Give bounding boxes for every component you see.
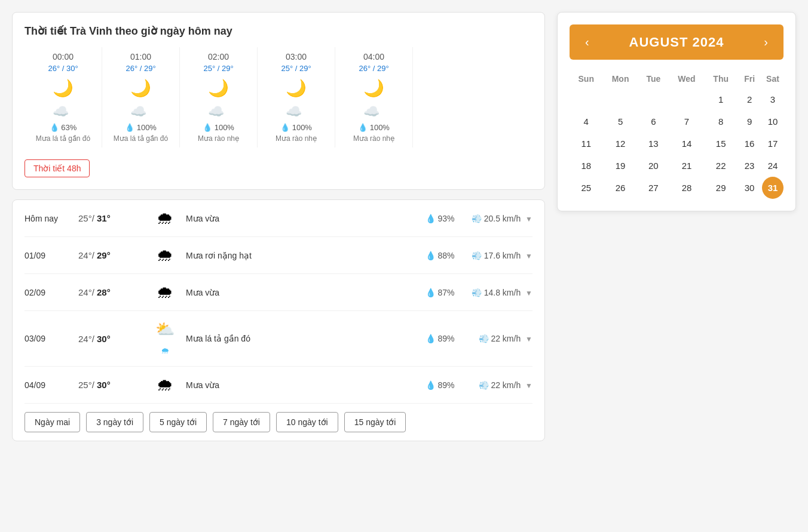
calendar-day-cell[interactable]: 5 [602, 110, 638, 133]
calendar-day-cell[interactable]: 30 [737, 177, 762, 199]
daily-forecast-card: Hôm nay 25°/ 31° 🌧 Mưa vừa 💧 93% 💨 20.5 … [12, 199, 545, 441]
calendar-day-cell[interactable]: 21 [669, 155, 705, 177]
nav-period-button[interactable]: 5 ngày tới [149, 412, 207, 432]
daily-wind: 💨 22 km/h ▼ [467, 380, 532, 390]
calendar-day-cell[interactable]: 29 [705, 177, 737, 199]
calendar-day-cell[interactable]: 13 [638, 133, 669, 155]
daily-temp: 24°/ 28° [78, 287, 144, 297]
calendar-next-button[interactable]: › [759, 33, 773, 51]
daily-row[interactable]: 02/09 24°/ 28° 🌧 Mưa vừa 💧 87% 💨 14.8 km… [25, 274, 532, 311]
hour-rain: 💧 100% [125, 123, 157, 132]
daily-desc: Mưa vừa [186, 288, 413, 297]
daily-humidity: 💧 89% [419, 380, 461, 390]
daily-date: Hôm nay [25, 214, 72, 223]
calendar-day-cell[interactable]: 2 [737, 88, 762, 110]
nav-period-button[interactable]: 10 ngày tới [276, 412, 338, 432]
daily-row[interactable]: 04/09 25°/ 30° 🌧 Mưa vừa 💧 89% 💨 22 km/h… [25, 367, 532, 404]
hour-desc: Mưa lá tả gần đó [114, 134, 168, 143]
calendar-day-cell[interactable]: 23 [737, 155, 762, 177]
calendar-day-cell[interactable]: 3 [762, 88, 783, 110]
calendar-day-cell [602, 88, 638, 110]
hour-temp: 26° / 30° [48, 64, 78, 73]
hour-time: 01:00 [130, 52, 151, 61]
calendar-day-cell[interactable]: 14 [669, 133, 705, 155]
daily-row[interactable]: Hôm nay 25°/ 31° 🌧 Mưa vừa 💧 93% 💨 20.5 … [25, 200, 532, 237]
daily-desc: Mưa vừa [186, 214, 413, 223]
calendar-day-cell[interactable]: 17 [762, 133, 783, 155]
daily-date: 03/09 [25, 334, 72, 343]
calendar-day-cell[interactable]: 7 [669, 110, 705, 133]
daily-humidity: 💧 93% [419, 214, 461, 223]
calendar-day-cell[interactable]: 24 [762, 155, 783, 177]
daily-wind: 💨 20.5 km/h ▼ [467, 214, 532, 223]
calendar-day-cell[interactable]: 18 [570, 155, 602, 177]
calendar-day-cell[interactable]: 27 [638, 177, 669, 199]
daily-wind: 💨 17.6 km/h ▼ [467, 251, 532, 260]
calendar-day-cell[interactable]: 8 [705, 110, 737, 133]
daily-weather-icon: 🌧 [150, 282, 180, 302]
chevron-down-icon: ▼ [525, 289, 532, 297]
right-panel: ‹ AUGUST 2024 › SunMonTueWedThuFriSat123… [557, 12, 796, 520]
nav-period-button[interactable]: Ngày mai [25, 412, 80, 432]
daily-temp: 25°/ 30° [78, 380, 144, 390]
calendar-day-cell[interactable]: 28 [669, 177, 705, 199]
hour-item: 02:00 25° / 29° 🌙☁️ 💧 100% Mưa rào nhẹ [180, 47, 258, 147]
hour-temp: 25° / 29° [281, 64, 311, 73]
hour-weather-icon: 🌙☁️ [53, 76, 74, 121]
chevron-down-icon: ▼ [525, 382, 532, 390]
hour-weather-icon: 🌙☁️ [130, 76, 151, 121]
calendar-day-cell[interactable]: 12 [602, 133, 638, 155]
nav-buttons-row [12, 451, 545, 466]
hour-item: 01:00 26° / 29° 🌙☁️ 💧 100% Mưa lá tả gần… [102, 47, 180, 147]
chevron-down-icon: ▼ [525, 215, 532, 223]
calendar-day-header: Thu [705, 69, 737, 88]
calendar-day-cell[interactable]: 15 [705, 133, 737, 155]
nav-period-button[interactable]: 3 ngày tới [86, 412, 143, 432]
daily-desc: Mưa lá tả gần đó [186, 334, 413, 343]
forecast-48h-button[interactable]: Thời tiết 48h [25, 159, 90, 177]
calendar-day-header: Mon [602, 69, 638, 88]
hour-desc: Mưa lá tả gần đó [36, 134, 90, 143]
chevron-down-icon: ▼ [525, 335, 532, 343]
daily-row[interactable]: 03/09 24°/ 30° ⛅🌧 Mưa lá tả gần đó 💧 89%… [25, 311, 532, 367]
nav-period-button[interactable]: 7 ngày tới [213, 412, 270, 432]
calendar-day-cell[interactable]: 26 [602, 177, 638, 199]
calendar-grid: SunMonTueWedThuFriSat1234567891011121314… [570, 69, 783, 199]
calendar-day-cell[interactable]: 4 [570, 110, 602, 133]
hourly-weather-card: Thời tiết Trà Vinh theo giờ ngày hôm nay… [12, 12, 545, 190]
left-panel: Thời tiết Trà Vinh theo giờ ngày hôm nay… [12, 12, 545, 520]
hour-desc: Mưa rào nhẹ [198, 134, 239, 143]
hour-rain: 💧 100% [203, 123, 234, 132]
calendar-prev-button[interactable]: ‹ [580, 33, 594, 51]
calendar-day-header: Wed [669, 69, 705, 88]
calendar-day-cell [570, 88, 602, 110]
calendar-day-cell[interactable]: 10 [762, 110, 783, 133]
calendar-day-header: Sun [570, 69, 602, 88]
hourly-scroll[interactable]: 00:00 26° / 30° 🌙☁️ 💧 63% Mưa lá tả gần … [25, 47, 532, 147]
daily-wind: 💨 22 km/h ▼ [467, 334, 532, 343]
daily-temp: 25°/ 31° [78, 213, 144, 223]
calendar-day-cell[interactable]: 19 [602, 155, 638, 177]
calendar-day-cell[interactable]: 1 [705, 88, 737, 110]
calendar-day-cell[interactable]: 6 [638, 110, 669, 133]
calendar-day-cell[interactable]: 25 [570, 177, 602, 199]
daily-temp: 24°/ 29° [78, 250, 144, 260]
calendar-card: ‹ AUGUST 2024 › SunMonTueWedThuFriSat123… [557, 12, 796, 211]
chevron-down-icon: ▼ [525, 252, 532, 260]
hour-desc: Mưa rào nhẹ [353, 134, 394, 143]
calendar-day-cell[interactable]: 9 [737, 110, 762, 133]
nav-period-button[interactable]: 15 ngày tới [344, 412, 406, 432]
calendar-day-cell[interactable]: 16 [737, 133, 762, 155]
hour-time: 02:00 [208, 52, 229, 61]
hour-item: 00:00 26° / 30° 🌙☁️ 💧 63% Mưa lá tả gần … [25, 47, 102, 147]
daily-weather-icon: 🌧 [150, 208, 180, 228]
calendar-day-cell[interactable]: 22 [705, 155, 737, 177]
calendar-day-cell[interactable]: 20 [638, 155, 669, 177]
calendar-day-cell[interactable]: 11 [570, 133, 602, 155]
hourly-row: 00:00 26° / 30° 🌙☁️ 💧 63% Mưa lá tả gần … [25, 47, 532, 147]
calendar-day-cell[interactable]: 31 [762, 177, 783, 199]
daily-row[interactable]: 01/09 24°/ 29° 🌧 Mưa rơi nặng hạt 💧 88% … [25, 237, 532, 274]
hour-rain: 💧 63% [50, 123, 77, 132]
hour-time: 04:00 [363, 52, 384, 61]
daily-wind: 💨 14.8 km/h ▼ [467, 288, 532, 297]
